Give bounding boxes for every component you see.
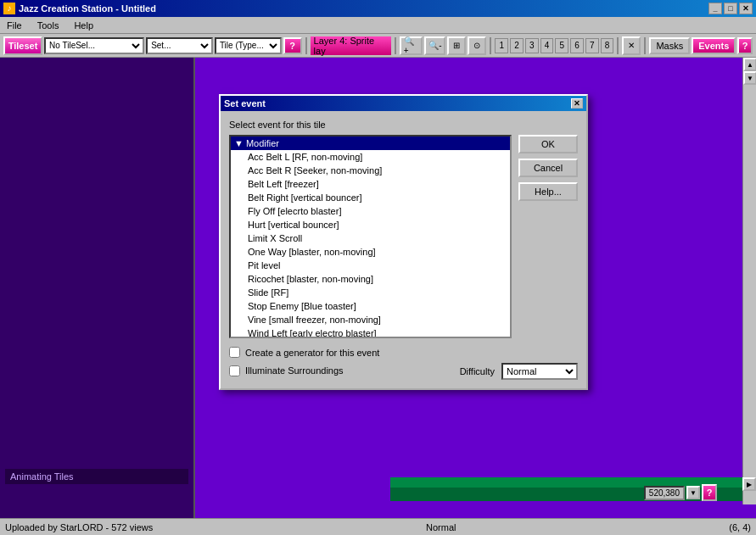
collapse-icon: ▼: [234, 138, 244, 148]
num-btn-3[interactable]: 3: [525, 38, 539, 53]
list-item[interactable]: Limit X Scroll: [231, 231, 510, 245]
dialog-title: Set event: [224, 98, 266, 109]
maximize-button[interactable]: □: [724, 3, 737, 14]
create-generator-label: Create a generator for this event: [245, 348, 379, 358]
question-button-2[interactable]: ?: [737, 37, 753, 54]
list-item[interactable]: Fly Off [elecrto blaster]: [231, 204, 510, 218]
illuminate-checkbox-group: Illuminate Surroundings: [229, 365, 344, 376]
canvas-question-btn[interactable]: ?: [702, 484, 717, 501]
menu-bar: File Tools Help: [0, 17, 756, 34]
title-bar: ♪ Jazz Creation Station - Untitled _ □ ✕: [0, 0, 756, 17]
tileset-label: Tileset: [3, 36, 42, 55]
list-item[interactable]: Belt Left [freezer]: [231, 177, 510, 191]
separator-5: [644, 37, 646, 54]
create-generator-checkbox[interactable]: [229, 347, 240, 358]
app-icon: ♪: [3, 3, 15, 14]
toolbar: Tileset No TileSel... Set... Tile (Type.…: [0, 34, 756, 58]
dialog-close-button[interactable]: ✕: [571, 98, 583, 109]
tileset-display: [0, 58, 193, 295]
tool-btn-1[interactable]: ⊞: [447, 36, 466, 55]
num-btn-5[interactable]: 5: [555, 38, 568, 53]
create-generator-row: Create a generator for this event: [229, 347, 578, 358]
separator-4: [617, 37, 619, 54]
masks-button[interactable]: Masks: [649, 37, 690, 54]
tool-btn-2[interactable]: ⊙: [468, 36, 486, 55]
question-button-1[interactable]: ?: [283, 37, 302, 54]
list-item[interactable]: Hurt [vertical bouncer]: [231, 218, 510, 231]
zoom-out-button[interactable]: 🔍-: [424, 36, 445, 55]
tileset-area: [0, 58, 193, 295]
tileset-dropdown[interactable]: No TileSel...: [44, 37, 144, 54]
position-area: 520,380 ▼ ?: [644, 484, 717, 501]
group-header-label: Modifier: [246, 138, 279, 148]
list-item[interactable]: Slide [RF]: [231, 286, 510, 299]
difficulty-label: Difficulty: [460, 366, 495, 376]
dialog-instruction-label: Select event for this tile: [229, 120, 578, 130]
scroll-down-arrow[interactable]: ▼: [686, 486, 700, 499]
layer-label: Layer 4: Sprite lay: [314, 36, 388, 56]
position-display: 520,380: [644, 486, 685, 500]
ok-button[interactable]: OK: [518, 135, 578, 153]
menu-tools[interactable]: Tools: [34, 19, 63, 32]
separator-3: [490, 37, 491, 54]
layer-label-section: Layer 4: Sprite lay: [311, 36, 391, 55]
set-dropdown[interactable]: Set...: [146, 37, 213, 54]
list-item[interactable]: Wind Left [early electro blaster]: [231, 326, 510, 338]
separator-2: [395, 37, 396, 54]
num-btn-8[interactable]: 8: [601, 38, 614, 53]
zoom-in-button[interactable]: 🔍+: [400, 36, 423, 55]
event-list: ▼ Modifier Acc Belt L [RF, non-moving]Ac…: [231, 137, 510, 338]
scroll-up-arrow[interactable]: ▲: [743, 58, 756, 71]
dialog-options: Create a generator for this event Illumi…: [229, 347, 578, 380]
list-item[interactable]: One Way [blaster, non-moving]: [231, 245, 510, 259]
animating-tiles-section: Animating Tiles: [0, 465, 193, 488]
num-btn-7[interactable]: 7: [585, 38, 599, 53]
list-group-modifier[interactable]: ▼ Modifier: [231, 137, 510, 150]
menu-file[interactable]: File: [3, 19, 25, 32]
event-listbox[interactable]: ▼ Modifier Acc Belt L [RF, non-moving]Ac…: [229, 135, 512, 338]
animating-tiles-label: Animating Tiles: [5, 469, 188, 484]
list-item[interactable]: Stop Enemy [Blue toaster]: [231, 299, 510, 313]
minimize-button[interactable]: _: [708, 3, 722, 14]
num-btn-4[interactable]: 4: [540, 38, 554, 53]
app-title: Jazz Creation Station - Untitled: [19, 3, 156, 14]
x-button[interactable]: ✕: [622, 36, 641, 55]
list-item[interactable]: Ricochet [blaster, non-moving]: [231, 272, 510, 286]
list-item[interactable]: Vine [small freezer, non-moving]: [231, 313, 510, 326]
status-left: Uploaded by StarLORD - 572 views: [5, 522, 153, 532]
help-button[interactable]: Help...: [518, 182, 578, 201]
list-item[interactable]: Acc Belt L [RF, non-moving]: [231, 150, 510, 164]
illuminate-row: Illuminate Surroundings Difficulty Norma…: [229, 361, 578, 380]
dialog-main-row: ▼ Modifier Acc Belt L [RF, non-moving]Ac…: [229, 135, 578, 338]
tile-type-dropdown[interactable]: Tile (Type...: [215, 37, 282, 54]
num-btn-2[interactable]: 2: [510, 38, 524, 53]
list-item[interactable]: Belt Right [vertical bouncer]: [231, 191, 510, 204]
title-bar-left: ♪ Jazz Creation Station - Untitled: [3, 3, 156, 14]
difficulty-row: Difficulty Normal Easy Hard: [460, 363, 578, 380]
list-item[interactable]: Pit level: [231, 259, 510, 272]
separator-1: [305, 37, 307, 54]
right-scrollbar[interactable]: ▲ ▼ ▶: [742, 58, 756, 504]
status-right: (6, 4): [729, 522, 751, 532]
dialog-buttons: OK Cancel Help...: [518, 135, 578, 338]
status-bar: Uploaded by StarLORD - 572 views Normal …: [0, 518, 756, 535]
canvas-bottom-strip: 520,380 ▼ ?: [390, 488, 742, 501]
scroll-down-arrow-2[interactable]: ▼: [743, 71, 756, 85]
set-event-dialog: Set event ✕ Select event for this tile ▼…: [219, 94, 588, 390]
events-button[interactable]: Events: [692, 37, 736, 54]
scroll-right-arrow[interactable]: ▶: [742, 477, 756, 491]
num-btn-1[interactable]: 1: [495, 38, 508, 53]
dialog-body: Select event for this tile ▼ Modifier Ac…: [221, 111, 586, 388]
num-btn-6[interactable]: 6: [570, 38, 584, 53]
dialog-titlebar: Set event ✕: [221, 96, 586, 111]
title-controls[interactable]: _ □ ✕: [708, 3, 753, 14]
illuminate-label: Illuminate Surroundings: [245, 365, 344, 376]
close-button[interactable]: ✕: [739, 3, 753, 14]
difficulty-select[interactable]: Normal Easy Hard: [501, 363, 578, 380]
cancel-button[interactable]: Cancel: [518, 159, 578, 177]
list-item[interactable]: Acc Belt R [Seeker, non-moving]: [231, 164, 510, 177]
status-center: Normal: [426, 522, 456, 532]
illuminate-checkbox[interactable]: [229, 365, 240, 376]
menu-help[interactable]: Help: [70, 19, 97, 32]
left-panel: Animating Tiles: [0, 58, 195, 518]
